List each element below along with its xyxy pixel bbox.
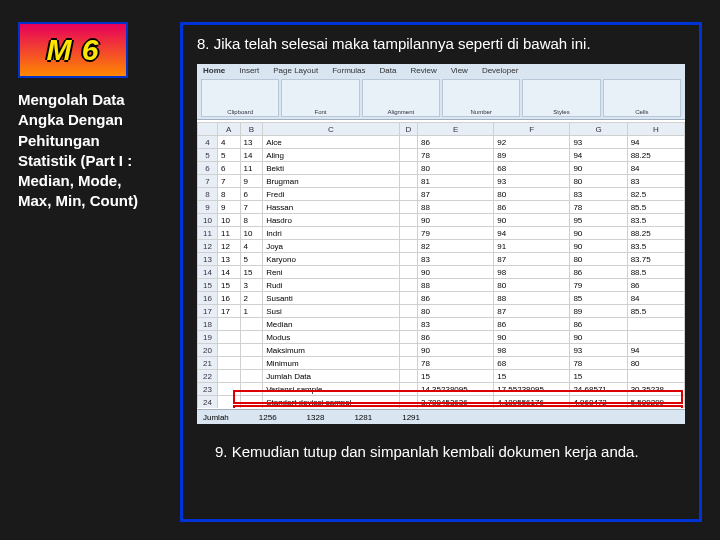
cell[interactable]: 15 xyxy=(418,370,494,383)
cell[interactable]: Modus xyxy=(263,331,400,344)
cell[interactable]: 94 xyxy=(627,344,684,357)
cell[interactable]: 90 xyxy=(418,266,494,279)
cell[interactable]: 5 xyxy=(218,149,241,162)
cell[interactable]: 94 xyxy=(627,136,684,149)
ribbon-tab[interactable]: Developer xyxy=(482,66,518,75)
ribbon-tab[interactable]: Home xyxy=(203,66,225,75)
cell[interactable]: 16 xyxy=(218,292,241,305)
cell[interactable]: Median xyxy=(263,318,400,331)
cell[interactable]: 78 xyxy=(570,201,627,214)
cell[interactable]: 89 xyxy=(494,149,570,162)
col-header[interactable]: C xyxy=(263,123,400,136)
col-header[interactable]: F xyxy=(494,123,570,136)
row-header[interactable]: 22 xyxy=(198,370,218,383)
cell[interactable]: 90 xyxy=(570,227,627,240)
cell[interactable]: 17 xyxy=(218,305,241,318)
cell[interactable] xyxy=(399,305,417,318)
row-header[interactable]: 23 xyxy=(198,383,218,396)
cell[interactable] xyxy=(399,162,417,175)
cell[interactable]: 9 xyxy=(218,201,241,214)
row-header[interactable]: 14 xyxy=(198,266,218,279)
cell[interactable]: 11 xyxy=(240,162,263,175)
cell[interactable] xyxy=(399,149,417,162)
cell[interactable]: 95 xyxy=(570,214,627,227)
cell[interactable]: 89 xyxy=(570,305,627,318)
row-header[interactable]: 8 xyxy=(198,188,218,201)
row-header[interactable]: 4 xyxy=(198,136,218,149)
cell[interactable]: 87 xyxy=(418,188,494,201)
cell[interactable]: 15 xyxy=(494,370,570,383)
cell[interactable] xyxy=(240,344,263,357)
cell[interactable]: 13 xyxy=(218,253,241,266)
cell[interactable]: 15 xyxy=(570,370,627,383)
cell[interactable]: Indri xyxy=(263,227,400,240)
cell[interactable]: 79 xyxy=(570,279,627,292)
cell[interactable] xyxy=(399,318,417,331)
col-header[interactable]: A xyxy=(218,123,241,136)
cell[interactable]: 90 xyxy=(570,331,627,344)
cell[interactable] xyxy=(399,201,417,214)
cell[interactable]: 84 xyxy=(627,292,684,305)
cell[interactable] xyxy=(240,370,263,383)
cell[interactable]: 94 xyxy=(570,149,627,162)
row-header[interactable]: 21 xyxy=(198,357,218,370)
ribbon-tab[interactable]: Page Layout xyxy=(273,66,318,75)
cell[interactable] xyxy=(218,357,241,370)
cell[interactable]: 78 xyxy=(418,149,494,162)
cell[interactable]: 83.75 xyxy=(627,253,684,266)
cell[interactable]: 83 xyxy=(418,318,494,331)
cell[interactable]: 93 xyxy=(494,175,570,188)
cell[interactable]: 90 xyxy=(418,214,494,227)
cell[interactable]: 80 xyxy=(494,188,570,201)
row-header[interactable]: 17 xyxy=(198,305,218,318)
row-header[interactable]: 24 xyxy=(198,396,218,409)
row-header[interactable]: 11 xyxy=(198,227,218,240)
row-header[interactable]: 19 xyxy=(198,331,218,344)
cell[interactable]: 14 xyxy=(218,266,241,279)
cell[interactable]: 80 xyxy=(418,162,494,175)
cell[interactable] xyxy=(240,331,263,344)
row-header[interactable]: 6 xyxy=(198,162,218,175)
cell[interactable] xyxy=(218,331,241,344)
cell[interactable] xyxy=(399,136,417,149)
cell[interactable]: Maksimum xyxy=(263,344,400,357)
cell[interactable] xyxy=(627,370,684,383)
cell[interactable]: 85 xyxy=(570,292,627,305)
cell[interactable]: 10 xyxy=(240,227,263,240)
row-header[interactable]: 10 xyxy=(198,214,218,227)
cell[interactable]: 93 xyxy=(570,136,627,149)
cell[interactable] xyxy=(627,331,684,344)
cell[interactable]: 80 xyxy=(570,253,627,266)
cell[interactable]: 13 xyxy=(240,136,263,149)
cell[interactable]: 7 xyxy=(240,201,263,214)
cell[interactable]: 90 xyxy=(494,214,570,227)
cell[interactable]: 86 xyxy=(418,136,494,149)
cell[interactable] xyxy=(399,279,417,292)
cell[interactable]: 88 xyxy=(494,292,570,305)
cell[interactable]: 93 xyxy=(570,344,627,357)
cell[interactable]: 88 xyxy=(418,201,494,214)
ribbon-tab[interactable]: Data xyxy=(380,66,397,75)
cell[interactable] xyxy=(399,370,417,383)
cell[interactable]: Rudi xyxy=(263,279,400,292)
cell[interactable]: 83 xyxy=(418,253,494,266)
cell[interactable] xyxy=(399,253,417,266)
cell[interactable]: 84 xyxy=(627,162,684,175)
cell[interactable]: 80 xyxy=(570,175,627,188)
row-header[interactable]: 13 xyxy=(198,253,218,266)
cell[interactable]: 83 xyxy=(627,175,684,188)
cell[interactable]: 90 xyxy=(570,240,627,253)
cell[interactable]: 68 xyxy=(494,162,570,175)
cell[interactable]: 85.5 xyxy=(627,305,684,318)
col-header[interactable]: G xyxy=(570,123,627,136)
cell[interactable]: 82 xyxy=(418,240,494,253)
cell[interactable] xyxy=(399,175,417,188)
cell[interactable] xyxy=(399,331,417,344)
col-header[interactable]: E xyxy=(418,123,494,136)
cell[interactable] xyxy=(399,292,417,305)
cell[interactable]: 11 xyxy=(218,227,241,240)
row-header[interactable]: 12 xyxy=(198,240,218,253)
row-header[interactable]: 16 xyxy=(198,292,218,305)
cell[interactable] xyxy=(240,318,263,331)
cell[interactable]: 87 xyxy=(494,305,570,318)
